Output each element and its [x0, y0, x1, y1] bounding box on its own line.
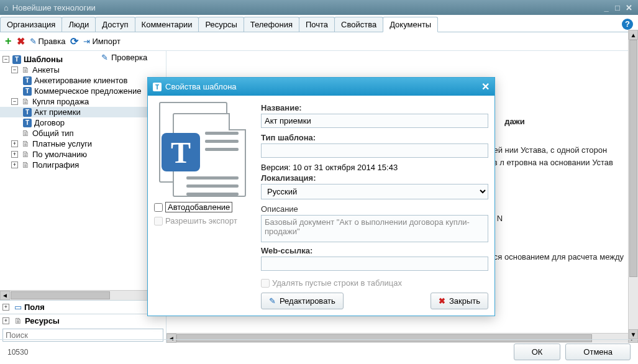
ok-button[interactable]: ОК [514, 344, 561, 360]
document-toolbar: + ✖ ✎ Правка ⟳ ⇥ Импорт [0, 32, 638, 51]
tab-comments[interactable]: Комментарии [135, 17, 199, 32]
expand-icon[interactable]: + [11, 151, 18, 158]
tree-node[interactable]: + 🗎 По умолчанию [0, 149, 166, 160]
scroll-thumb[interactable] [629, 40, 637, 277]
resources-icon: 🗎 [14, 316, 22, 325]
dialog-title-icon: T [153, 82, 162, 92]
delete-empty-rows-checkbox [261, 279, 270, 288]
content-vscroll[interactable]: ▲ ▼ [628, 30, 638, 339]
edit-button-label: Редактировать [280, 296, 335, 306]
autoadd-checkbox-row[interactable]: Автодобавление [154, 202, 253, 212]
tab-access[interactable]: Доступ [95, 17, 135, 32]
delete-button[interactable]: ✖ [17, 35, 25, 47]
scroll-up-icon[interactable]: ▲ [629, 30, 638, 40]
tab-telephony[interactable]: Телефония [244, 17, 299, 32]
document-icon: 🗎 [21, 97, 30, 106]
document-icon: 🗎 [21, 150, 30, 159]
template-icon: T [22, 76, 32, 85]
edit-label: Правка [39, 37, 66, 46]
tree-node[interactable]: + 🗎 Полиграфия [0, 160, 166, 170]
collapse-icon[interactable]: − [11, 98, 18, 105]
allow-export-checkbox-row: Разрешить экспорт [154, 216, 253, 225]
window-title: Новейшие технологии [12, 3, 96, 12]
template-icon: T [22, 119, 32, 127]
expand-icon[interactable]: + [11, 140, 18, 147]
tree-node-ankety[interactable]: − 🗎 Анкеты [0, 65, 166, 75]
edit-template-button[interactable]: ✎ Редактировать [261, 293, 344, 309]
allow-export-checkbox [154, 217, 163, 225]
edit-button[interactable]: ✎ Правка [30, 37, 66, 46]
fields-panel[interactable]: + ▭ Поля [0, 300, 166, 314]
tree-leaf[interactable]: T Анкетирование клиентов [0, 75, 166, 86]
footer-bar: 10530 ОК Отмена [0, 339, 638, 364]
fields-icon: ▭ [14, 303, 22, 312]
expand-icon[interactable]: + [2, 317, 9, 324]
tree-label: Коммерческое предложение [34, 86, 141, 96]
name-input[interactable] [261, 114, 488, 128]
autoadd-label: Автодобавление [165, 202, 232, 212]
check-label[interactable]: Проверка [111, 53, 147, 62]
tree-node[interactable]: 🗎 Общий тип [0, 128, 166, 139]
tree-node[interactable]: + 🗎 Платные услуги [0, 139, 166, 149]
status-text: 10530 [7, 348, 28, 357]
import-icon: ⇥ [83, 37, 90, 46]
close-button-label: Закрыть [449, 296, 480, 306]
weblink-label: Web-ссылка: [261, 246, 488, 255]
dialog-titlebar: T Свойства шаблона ✕ [148, 78, 494, 96]
type-input[interactable] [261, 143, 488, 158]
tree-label: Анкетирование клиентов [34, 76, 127, 85]
tab-mail[interactable]: Почта [299, 17, 335, 32]
tree-leaf[interactable]: T Договор [0, 117, 166, 128]
tab-documents[interactable]: Документы [383, 17, 438, 32]
resources-panel[interactable]: + 🗎 Ресурсы [0, 314, 166, 327]
close-dialog-button[interactable]: ✖ Закрыть [431, 293, 488, 309]
tree-label: Купля продажа [32, 97, 89, 106]
expand-icon[interactable]: + [11, 162, 18, 168]
tree-node-kuplya[interactable]: − 🗎 Купля продажа [0, 96, 166, 107]
help-icon[interactable]: ? [622, 19, 633, 30]
tree-leaf-selected[interactable]: T Акт приемки [0, 107, 166, 117]
minimize-button[interactable]: _ [601, 3, 612, 12]
weblink-input[interactable] [261, 257, 488, 271]
import-button[interactable]: ⇥ Импорт [83, 37, 120, 46]
collapse-icon[interactable]: − [11, 66, 18, 73]
dialog-close-button[interactable]: ✕ [481, 81, 490, 93]
fields-label: Поля [24, 303, 45, 312]
document-icon: 🗎 [21, 129, 30, 138]
main-tabs: Организация Люди Доступ Комментарии Ресу… [0, 15, 638, 32]
scroll-down-icon[interactable]: ▼ [629, 329, 638, 339]
collapse-icon[interactable]: − [2, 56, 9, 63]
sidebar-hscroll[interactable]: ◄ ► [0, 290, 166, 300]
description-textarea[interactable]: Базовый документ "Акт о выполнении догов… [261, 215, 488, 242]
cancel-button[interactable]: Отмена [565, 344, 631, 360]
import-label: Импорт [92, 37, 120, 46]
autoadd-checkbox[interactable] [154, 203, 163, 212]
tree-leaf[interactable]: T Коммерческое предложение [0, 86, 166, 96]
add-button[interactable]: + [5, 35, 12, 48]
tab-resources[interactable]: Ресурсы [198, 17, 244, 32]
expand-icon[interactable]: + [2, 304, 9, 311]
tree-label: Акт приемки [34, 107, 81, 117]
template-tree: − T Шаблоны ✎ Проверка − 🗎 Анкеты T Анке… [0, 51, 166, 290]
template-properties-dialog: T Свойства шаблона ✕ T Автодобавление Ра… [147, 77, 495, 316]
dialog-title: Свойства шаблона [165, 82, 237, 91]
name-label: Название: [261, 103, 488, 112]
refresh-button[interactable]: ⟳ [70, 35, 78, 47]
maximize-button[interactable]: □ [612, 3, 623, 12]
locale-label: Локализация: [261, 173, 488, 183]
tab-properties[interactable]: Свойства [334, 17, 383, 32]
scroll-thumb[interactable] [11, 291, 110, 299]
delete-empty-rows-label: Удалять пустые строки в таблицах [272, 278, 402, 288]
tree-label: Договор [34, 118, 65, 127]
window-titlebar: ⌂ Новейшие технологии _ □ ✕ [0, 0, 638, 15]
document-icon: 🗎 [21, 139, 30, 148]
home-icon: ⌂ [4, 3, 9, 12]
scroll-left-icon[interactable]: ◄ [0, 291, 10, 300]
tab-people[interactable]: Люди [62, 17, 96, 32]
tab-organization[interactable]: Организация [0, 17, 62, 32]
delete-empty-rows-row: Удалять пустые строки в таблицах [261, 278, 488, 288]
close-window-button[interactable]: ✕ [623, 3, 634, 12]
pencil-icon: ✎ [269, 296, 276, 306]
locale-select[interactable]: Русский [261, 184, 488, 199]
check-icon: ✎ [99, 53, 109, 62]
